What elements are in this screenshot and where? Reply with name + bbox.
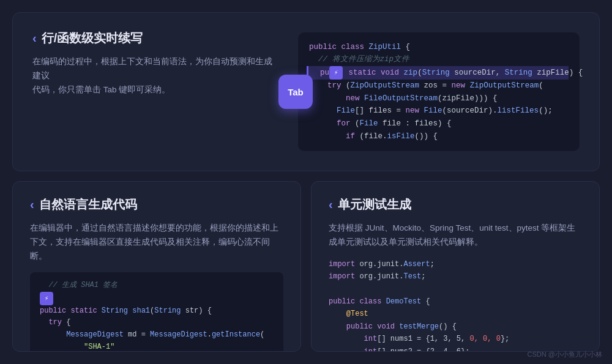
code-line: @Test [329,308,582,320]
code-line: for (File file : files) { [309,117,569,130]
chevron-icon: ‹ [329,198,333,212]
chevron-icon: ‹ [30,198,34,212]
code-line: ⚡ [40,292,274,305]
code-line: import org.junit.Assert; [329,258,582,270]
code-line: int[] nums1 = {1, 3, 5, 0, 0, 0}; [329,333,582,345]
top-card: ‹ 行/函数级实时续写 在编码的过程中，根据上下文和当前语法，为你自动预测和生成… [12,12,600,171]
code-line-highlighted: pu⚡ static void zip(String sourceDir, St… [307,66,569,80]
code-line: public void testMerge() { [329,321,582,333]
code-line: "SHA-1" [40,341,274,352]
code-line: import org.junit.Test; [329,270,582,283]
top-code-block: public class ZipUtil { // 将文件压缩为zip文件 pu… [298,32,580,151]
code-line: public class ZipUtil { [309,41,569,54]
bottom-right-desc: 支持根据 JUnit、Mockito、Spring Test、unit test… [329,221,582,250]
bottom-right-card: ‹ 单元测试生成 支持根据 JUnit、Mockito、Spring Test、… [311,181,600,352]
main-container: ‹ 行/函数级实时续写 在编码的过程中，根据上下文和当前语法，为你自动预测和生成… [0,0,612,364]
top-card-title: ‹ 行/函数级实时续写 [32,30,274,46]
bottom-left-code: // 生成 SHA1 签名 ⚡ public static String sha… [30,272,283,352]
code-line: // 生成 SHA1 签名 [40,280,274,292]
code-line: public class DemoTest { [329,295,582,308]
bottom-left-desc: 在编辑器中，通过自然语言描述你想要的功能，根据你的描述和上下文，支持在编辑器区直… [30,221,283,264]
code-line: try (ZipOutputStream zos = new ZipOutput… [309,80,569,92]
tab-key-badge: Tab [278,75,313,109]
bottom-right-title: ‹ 单元测试生成 [329,196,582,213]
code-line: try { [40,317,274,329]
bottom-left-card: ‹ 自然语言生成代码 在编辑器中，通过自然语言描述你想要的功能，根据你的描述和上… [12,181,301,352]
code-line: new FileOutputStream(zipFile))) { [309,92,569,105]
code-line: MessageDigest md = MessageDigest.getInst… [40,329,274,341]
code-line: public static String sha1(String str) { [40,305,274,318]
bottom-right-code: import org.junit.Assert; import org.juni… [329,258,582,352]
top-card-left: ‹ 行/函数级实时续写 在编码的过程中，根据上下文和当前语法，为你自动预测和生成… [32,30,298,154]
code-line: File[] files = new File(sourceDir).listF… [309,105,569,117]
code-line: // 将文件压缩为zip文件 [309,53,569,66]
top-card-desc: 在编码的过程中，根据上下文和当前语法，为你自动预测和生成建议 代码，你只需单击 … [32,55,274,97]
chevron-icon: ‹ [32,31,37,45]
bottom-left-title: ‹ 自然语言生成代码 [30,196,283,213]
code-line: if (file.isFile()) { [309,130,569,143]
code-line [329,283,582,295]
watermark: CSDN @小小鱼儿小小林 [528,350,602,359]
